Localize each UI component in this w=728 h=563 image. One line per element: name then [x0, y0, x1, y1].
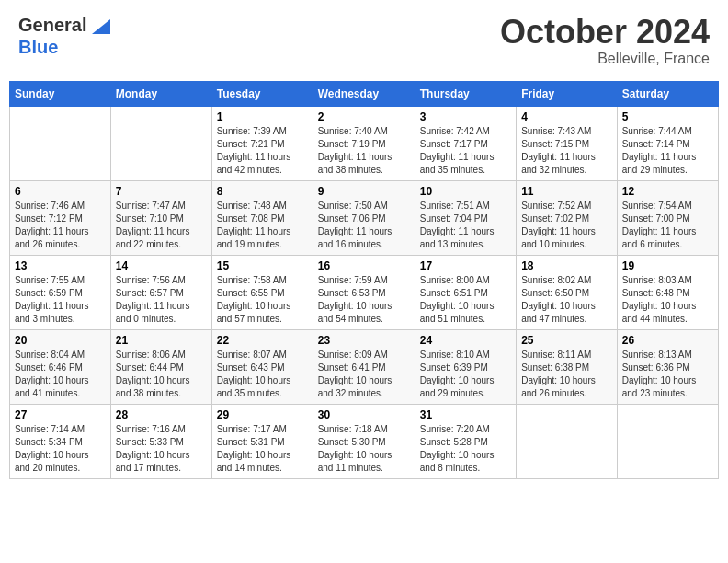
day-cell: 24Sunrise: 8:10 AM Sunset: 6:39 PM Dayli… — [415, 329, 516, 404]
day-number: 18 — [521, 259, 612, 272]
day-cell: 3Sunrise: 7:42 AM Sunset: 7:17 PM Daylig… — [415, 106, 516, 180]
day-info: Sunrise: 7:18 AM Sunset: 5:30 PM Dayligh… — [318, 423, 410, 475]
day-cell: 22Sunrise: 8:07 AM Sunset: 6:43 PM Dayli… — [211, 329, 313, 404]
day-cell: 4Sunrise: 7:43 AM Sunset: 7:15 PM Daylig… — [517, 106, 618, 180]
day-number: 27 — [15, 408, 106, 421]
day-number: 22 — [217, 334, 308, 347]
day-cell: 11Sunrise: 7:52 AM Sunset: 7:02 PM Dayli… — [517, 180, 618, 255]
day-cell: 31Sunrise: 7:20 AM Sunset: 5:28 PM Dayli… — [415, 404, 516, 478]
day-number: 8 — [217, 185, 308, 198]
week-row-5: 27Sunrise: 7:14 AM Sunset: 5:34 PM Dayli… — [10, 404, 719, 478]
day-number: 23 — [318, 334, 410, 347]
column-header-thursday: Thursday — [415, 81, 516, 106]
day-info: Sunrise: 7:20 AM Sunset: 5:28 PM Dayligh… — [420, 423, 511, 475]
month-year: October 2024 — [500, 14, 710, 51]
day-cell: 17Sunrise: 8:00 AM Sunset: 6:51 PM Dayli… — [415, 255, 516, 329]
day-info: Sunrise: 8:03 AM Sunset: 6:48 PM Dayligh… — [622, 274, 713, 326]
day-number: 25 — [521, 334, 612, 347]
day-cell — [10, 106, 111, 180]
day-cell: 19Sunrise: 8:03 AM Sunset: 6:48 PM Dayli… — [617, 255, 718, 329]
day-info: Sunrise: 7:58 AM Sunset: 6:55 PM Dayligh… — [217, 274, 308, 326]
day-cell: 20Sunrise: 8:04 AM Sunset: 6:46 PM Dayli… — [10, 329, 111, 404]
day-number: 12 — [622, 185, 713, 198]
day-info: Sunrise: 7:46 AM Sunset: 7:12 PM Dayligh… — [15, 200, 106, 251]
day-cell: 14Sunrise: 7:56 AM Sunset: 6:57 PM Dayli… — [110, 255, 211, 329]
day-cell: 26Sunrise: 8:13 AM Sunset: 6:36 PM Dayli… — [617, 329, 718, 404]
svg-marker-0 — [92, 19, 110, 34]
day-info: Sunrise: 7:16 AM Sunset: 5:33 PM Dayligh… — [116, 423, 207, 475]
day-info: Sunrise: 7:50 AM Sunset: 7:06 PM Dayligh… — [318, 200, 410, 251]
day-number: 30 — [318, 408, 410, 421]
calendar-table: SundayMondayTuesdayWednesdayThursdayFrid… — [9, 81, 719, 479]
day-cell: 5Sunrise: 7:44 AM Sunset: 7:14 PM Daylig… — [617, 106, 718, 180]
column-header-friday: Friday — [517, 81, 618, 106]
day-info: Sunrise: 8:11 AM Sunset: 6:38 PM Dayligh… — [521, 349, 612, 400]
day-info: Sunrise: 7:55 AM Sunset: 6:59 PM Dayligh… — [15, 274, 106, 326]
day-info: Sunrise: 7:40 AM Sunset: 7:19 PM Dayligh… — [318, 125, 410, 177]
month-title-block: October 2024 Belleville, France — [500, 14, 710, 67]
logo-blue: Blue — [18, 37, 58, 57]
day-number: 28 — [116, 408, 207, 421]
day-info: Sunrise: 7:17 AM Sunset: 5:31 PM Dayligh… — [217, 423, 308, 475]
day-info: Sunrise: 8:07 AM Sunset: 6:43 PM Dayligh… — [217, 349, 308, 400]
column-header-wednesday: Wednesday — [313, 81, 415, 106]
day-number: 17 — [420, 259, 511, 272]
day-cell: 27Sunrise: 7:14 AM Sunset: 5:34 PM Dayli… — [10, 404, 111, 478]
day-info: Sunrise: 8:04 AM Sunset: 6:46 PM Dayligh… — [15, 349, 106, 400]
day-info: Sunrise: 8:13 AM Sunset: 6:36 PM Dayligh… — [622, 349, 713, 400]
day-cell: 7Sunrise: 7:47 AM Sunset: 7:10 PM Daylig… — [110, 180, 211, 255]
day-number: 6 — [15, 185, 106, 198]
week-row-4: 20Sunrise: 8:04 AM Sunset: 6:46 PM Dayli… — [10, 329, 719, 404]
day-cell — [110, 106, 211, 180]
day-number: 4 — [521, 110, 612, 123]
day-cell: 12Sunrise: 7:54 AM Sunset: 7:00 PM Dayli… — [617, 180, 718, 255]
logo-general: General — [18, 14, 110, 36]
day-cell: 25Sunrise: 8:11 AM Sunset: 6:38 PM Dayli… — [517, 329, 618, 404]
day-info: Sunrise: 7:39 AM Sunset: 7:21 PM Dayligh… — [217, 125, 308, 177]
day-cell: 21Sunrise: 8:06 AM Sunset: 6:44 PM Dayli… — [110, 329, 211, 404]
week-row-3: 13Sunrise: 7:55 AM Sunset: 6:59 PM Dayli… — [10, 255, 719, 329]
day-info: Sunrise: 7:43 AM Sunset: 7:15 PM Dayligh… — [521, 125, 612, 177]
logo-icon — [92, 19, 110, 34]
day-info: Sunrise: 7:44 AM Sunset: 7:14 PM Dayligh… — [622, 125, 713, 177]
day-number: 2 — [318, 110, 410, 123]
day-number: 31 — [420, 408, 511, 421]
day-info: Sunrise: 7:47 AM Sunset: 7:10 PM Dayligh… — [116, 200, 207, 251]
day-info: Sunrise: 7:51 AM Sunset: 7:04 PM Dayligh… — [420, 200, 511, 251]
day-info: Sunrise: 8:02 AM Sunset: 6:50 PM Dayligh… — [521, 274, 612, 326]
day-cell: 15Sunrise: 7:58 AM Sunset: 6:55 PM Dayli… — [211, 255, 313, 329]
day-cell: 18Sunrise: 8:02 AM Sunset: 6:50 PM Dayli… — [517, 255, 618, 329]
day-cell: 1Sunrise: 7:39 AM Sunset: 7:21 PM Daylig… — [211, 106, 313, 180]
location: Belleville, France — [500, 51, 710, 67]
logo: General Blue — [18, 14, 110, 59]
day-cell: 23Sunrise: 8:09 AM Sunset: 6:41 PM Dayli… — [313, 329, 415, 404]
day-info: Sunrise: 7:56 AM Sunset: 6:57 PM Dayligh… — [116, 274, 207, 326]
column-header-monday: Monday — [110, 81, 211, 106]
day-number: 29 — [217, 408, 308, 421]
day-cell: 2Sunrise: 7:40 AM Sunset: 7:19 PM Daylig… — [313, 106, 415, 180]
calendar-header-row: SundayMondayTuesdayWednesdayThursdayFrid… — [10, 81, 719, 106]
day-cell: 6Sunrise: 7:46 AM Sunset: 7:12 PM Daylig… — [10, 180, 111, 255]
day-number: 15 — [217, 259, 308, 272]
day-number: 7 — [116, 185, 207, 198]
day-info: Sunrise: 7:54 AM Sunset: 7:00 PM Dayligh… — [622, 200, 713, 251]
day-cell: 8Sunrise: 7:48 AM Sunset: 7:08 PM Daylig… — [211, 180, 313, 255]
day-number: 14 — [116, 259, 207, 272]
day-number: 24 — [420, 334, 511, 347]
day-number: 1 — [217, 110, 308, 123]
day-number: 13 — [15, 259, 106, 272]
day-number: 11 — [521, 185, 612, 198]
day-number: 9 — [318, 185, 410, 198]
week-row-1: 1Sunrise: 7:39 AM Sunset: 7:21 PM Daylig… — [10, 106, 719, 180]
day-info: Sunrise: 8:09 AM Sunset: 6:41 PM Dayligh… — [318, 349, 410, 400]
day-info: Sunrise: 8:10 AM Sunset: 6:39 PM Dayligh… — [420, 349, 511, 400]
day-info: Sunrise: 8:06 AM Sunset: 6:44 PM Dayligh… — [116, 349, 207, 400]
day-cell: 29Sunrise: 7:17 AM Sunset: 5:31 PM Dayli… — [211, 404, 313, 478]
column-header-sunday: Sunday — [10, 81, 111, 106]
day-cell — [517, 404, 618, 478]
day-cell — [617, 404, 718, 478]
day-cell: 9Sunrise: 7:50 AM Sunset: 7:06 PM Daylig… — [313, 180, 415, 255]
column-header-tuesday: Tuesday — [211, 81, 313, 106]
day-cell: 16Sunrise: 7:59 AM Sunset: 6:53 PM Dayli… — [313, 255, 415, 329]
day-number: 20 — [15, 334, 106, 347]
